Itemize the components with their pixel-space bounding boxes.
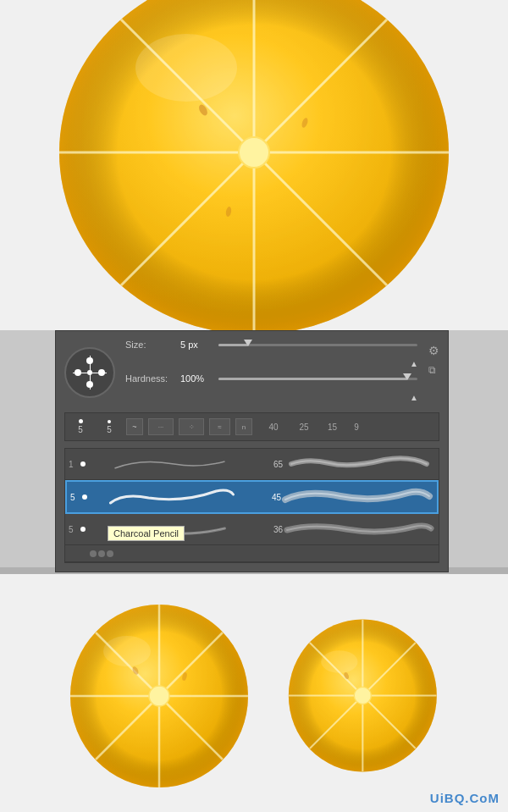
brush-icon-4[interactable]: ⁘ — [179, 418, 204, 435]
preset-label-1: 5 — [107, 425, 112, 434]
brush-stroke-right-1 — [281, 484, 433, 510]
brush-size-1: 45 — [260, 493, 281, 502]
brush-settings: Size: 5 px ▲ Hardness: 100% — [125, 340, 422, 406]
brush-panel: Size: 5 px ▲ Hardness: 100% — [55, 330, 449, 572]
svg-point-42 — [321, 650, 357, 673]
brush-stroke-left-1 — [91, 484, 249, 510]
brush-stroke-right-0 — [283, 451, 435, 477]
hardness-row: Hardness: 100% — [125, 373, 422, 384]
watermark: UiBQ.CoM — [430, 791, 500, 805]
preset-item-1[interactable]: 5 — [97, 420, 121, 434]
highlight — [135, 34, 237, 102]
crosshair-handle-left[interactable] — [75, 369, 81, 376]
brush-stroke-left-0 — [89, 451, 251, 477]
svg-point-41 — [354, 687, 371, 704]
brush-row-number-1: 5 — [70, 493, 82, 502]
crosshair — [73, 356, 107, 389]
canvas-top — [0, 0, 508, 330]
tooltip: Charcoal Pencil — [108, 526, 185, 541]
lemon-right — [279, 605, 449, 782]
svg-point-27 — [103, 636, 151, 666]
svg-point-26 — [149, 686, 169, 706]
size-value: 5 px — [180, 340, 214, 350]
center-circle — [239, 137, 269, 168]
preset-item-0[interactable]: 5 — [69, 419, 92, 434]
crosshair-handle-right[interactable] — [98, 369, 105, 376]
brush-row-number-0: 1 — [69, 460, 80, 469]
settings-icon[interactable]: ⚙ — [428, 344, 439, 357]
brush-dot-0 — [80, 461, 86, 467]
brush-presets: 5 5 ~ ··· ⁘ ≈ n 40 25 15 9 — [64, 412, 439, 441]
lemon-left — [59, 596, 262, 791]
brush-stroke-left-3 — [89, 548, 140, 560]
brush-size-0: 65 — [262, 460, 283, 469]
size-row: Size: 5 px — [125, 340, 422, 350]
svg-point-13 — [98, 550, 105, 557]
brush-dot-1 — [82, 494, 87, 500]
size-slider[interactable] — [218, 344, 417, 346]
brush-icon-6[interactable]: n — [235, 418, 252, 435]
brush-icon-3[interactable]: ··· — [148, 418, 174, 435]
hardness-label: Hardness: — [125, 373, 180, 384]
crosshair-handle-top[interactable] — [86, 357, 93, 364]
brush-size-2: 36 — [262, 525, 283, 534]
crosshair-handle-bottom[interactable] — [86, 381, 93, 388]
canvas-bottom — [0, 574, 508, 812]
clipboard-icon[interactable]: ⧉ — [428, 364, 439, 376]
svg-point-12 — [90, 550, 97, 557]
brush-icon-2[interactable]: ~ — [126, 418, 143, 435]
brush-row-3[interactable] — [65, 545, 439, 562]
brush-row-2[interactable]: 5 Charcoal Pencil 36 — [65, 514, 439, 545]
brush-preview — [64, 347, 115, 398]
brush-row-number-2: 5 — [69, 525, 80, 534]
brush-row-1[interactable]: 5 45 — [65, 480, 439, 514]
hardness-slider[interactable] — [218, 378, 417, 380]
hardness-value: 100% — [180, 373, 214, 384]
panel-icons: ⚙ ⧉ — [428, 340, 439, 376]
lemon-large — [34, 0, 474, 330]
brush-row-0[interactable]: 1 65 — [65, 449, 439, 480]
brush-panel-top: Size: 5 px ▲ Hardness: 100% — [64, 340, 439, 406]
size-label: Size: — [125, 340, 180, 350]
brush-icon-5[interactable]: ≈ — [209, 418, 230, 435]
svg-point-14 — [107, 550, 113, 557]
brush-list: 1 65 5 — [64, 448, 439, 563]
brush-dot-2 — [80, 527, 86, 532]
preset-label-0: 5 — [78, 425, 83, 434]
crosshair-dot — [87, 370, 92, 375]
brush-stroke-right-2 — [283, 516, 435, 542]
